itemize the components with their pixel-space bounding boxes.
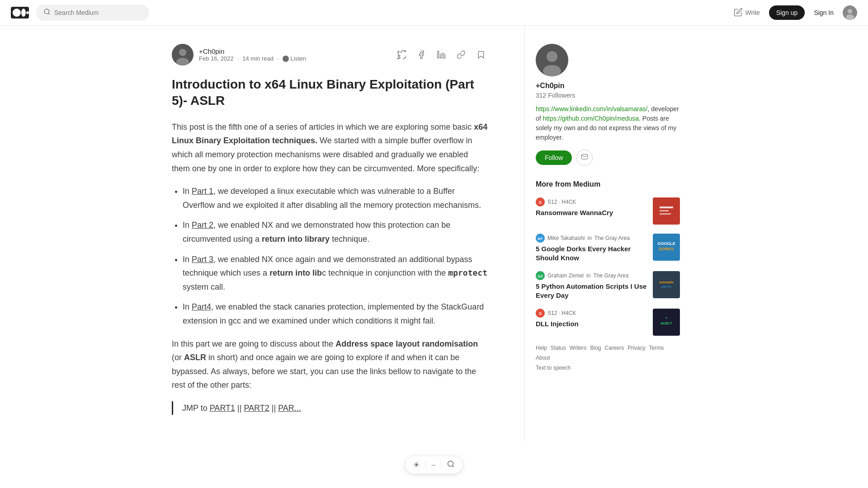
github-link[interactable]: https://github.com/Ch0pin/medusa	[543, 115, 639, 122]
read-time: 14 min read	[242, 55, 274, 62]
svg-rect-20	[660, 206, 673, 208]
svg-text:GOOGLE: GOOGLE	[657, 241, 675, 246]
meta-info: +Ch0pin Feb 16, 2022 · 14 min read · Lis…	[199, 47, 306, 62]
part1-link[interactable]: Part 1	[192, 187, 213, 196]
twitter-share-icon[interactable]	[394, 47, 409, 62]
svg-point-16	[543, 65, 561, 76]
rec-avatar-1: S	[536, 197, 545, 206]
rec-title-1[interactable]: Ransomware WannaCry	[536, 208, 647, 217]
rec-pub-2[interactable]: The Gray Area	[594, 235, 630, 241]
footer-tts: Text to speech	[536, 365, 680, 371]
part4-link[interactable]: Part4	[192, 302, 211, 311]
part3-link[interactable]: Part 3	[192, 255, 213, 264]
write-button[interactable]: Write	[734, 8, 760, 18]
signin-link[interactable]: Sign In	[814, 9, 834, 16]
svg-point-1	[13, 9, 21, 17]
main-layout: +Ch0pin Feb 16, 2022 · 14 min read · Lis…	[136, 26, 732, 442]
footer-about[interactable]: About	[536, 355, 550, 361]
rec-author-row-2: MT Mike Takahashi in The Gray Area	[536, 234, 647, 243]
svg-rect-21	[660, 210, 669, 211]
rec-thumb-2: GOOGLE DORKS	[653, 234, 680, 261]
rec-avatar-2: MT	[536, 234, 545, 243]
rec-author-4[interactable]: S12 · H4CK	[547, 310, 576, 316]
rec-info-2: MT Mike Takahashi in The Gray Area 5 Goo…	[536, 234, 647, 262]
blockquote: JMP to PART1 || PART2 || PAR...	[172, 401, 488, 415]
rec-author-row-1: S S12 · H4CK	[536, 197, 647, 206]
search-icon	[43, 8, 51, 17]
sidebar-followers: 312 Followers	[536, 92, 680, 99]
facebook-share-icon[interactable]	[414, 47, 429, 62]
header-left	[11, 5, 149, 21]
signup-button[interactable]: Sign up	[769, 5, 805, 20]
article-area: +Ch0pin Feb 16, 2022 · 14 min read · Lis…	[136, 26, 524, 442]
rec-title-2[interactable]: 5 Google Dorks Every Hacker Should Know	[536, 244, 647, 262]
svg-rect-22	[660, 213, 671, 215]
footer-careers[interactable]: Careers	[605, 345, 624, 351]
svg-text:+: +	[665, 316, 668, 320]
rec-title-3[interactable]: 5 Python Automation Scripts I Use Every …	[536, 282, 647, 300]
para2: In this part we are going to discuss abo…	[172, 337, 488, 392]
footer-terms[interactable]: Terms	[649, 345, 664, 351]
listen-label: Listen	[291, 55, 307, 62]
linkedin-link[interactable]: https://www.linkedin.com/in/valsamaras/	[536, 105, 647, 113]
svg-point-3	[26, 11, 29, 14]
svg-text:INJECT: INJECT	[661, 322, 673, 325]
article-body: This post is the fifth one of a series o…	[172, 120, 488, 415]
user-avatar[interactable]	[843, 5, 857, 20]
rec-author-3[interactable]: Graham Zemel	[547, 272, 584, 279]
sidebar: +Ch0pin 312 Followers https://www.linked…	[524, 26, 691, 442]
footer-blog[interactable]: Blog	[590, 345, 601, 351]
subscribe-button[interactable]	[576, 150, 593, 166]
rec-author-2[interactable]: Mike Takahashi	[547, 235, 585, 241]
sidebar-author-avatar	[536, 44, 568, 76]
search-input[interactable]	[54, 9, 142, 16]
part1-bq-link[interactable]: PART1	[210, 404, 235, 413]
svg-line-5	[48, 13, 50, 14]
list-item-2: In Part 2, we enabled NX and we demonstr…	[183, 218, 488, 246]
footer-writers[interactable]: Writers	[570, 345, 587, 351]
follow-button[interactable]: Follow	[536, 150, 572, 165]
part2-bq-link[interactable]: PART2	[244, 404, 269, 413]
footer-privacy[interactable]: Privacy	[627, 345, 645, 351]
rec-thumb-3: automate with Py	[653, 271, 680, 298]
mail-icon	[581, 153, 588, 162]
rec-item-3: GZ Graham Zemel in The Gray Area 5 Pytho…	[536, 271, 680, 300]
svg-point-15	[547, 51, 557, 62]
rec-author-1[interactable]: S12 · H4CK	[547, 199, 576, 205]
search-bar[interactable]	[36, 5, 149, 21]
rec-title-4[interactable]: DLL Injection	[536, 319, 647, 328]
logo[interactable]	[11, 7, 29, 19]
part2-link[interactable]: Part 2	[192, 221, 213, 230]
rec-in-3: in	[586, 272, 590, 279]
rec-author-row-3: GZ Graham Zemel in The Gray Area	[536, 271, 647, 280]
sidebar-author-section: +Ch0pin 312 Followers https://www.linked…	[536, 44, 680, 371]
linkedin-share-icon[interactable]	[434, 47, 448, 62]
copy-link-icon[interactable]	[454, 47, 468, 62]
intro-paragraph: This post is the fifth one of a series o…	[172, 120, 488, 175]
author-name[interactable]: +Ch0pin	[199, 47, 306, 55]
rec-item-1: S S12 · H4CK Ransomware WannaCry	[536, 197, 680, 225]
play-icon	[283, 56, 289, 62]
footer-status[interactable]: Status	[551, 345, 566, 351]
article-meta: +Ch0pin Feb 16, 2022 · 14 min read · Lis…	[172, 44, 488, 66]
svg-text:automate: automate	[659, 281, 673, 284]
rec-pub-3[interactable]: The Gray Area	[593, 272, 628, 279]
list-item-4: In Part4, we enabled the stack canaries …	[183, 300, 488, 328]
bookmark-icon[interactable]	[474, 47, 488, 62]
author-avatar	[172, 44, 193, 66]
svg-text:S: S	[539, 311, 542, 316]
part3-bq-link[interactable]: PAR...	[278, 404, 301, 413]
rec-avatar-3: GZ	[536, 271, 545, 280]
svg-text:MT: MT	[538, 237, 543, 241]
sidebar-bio: https://www.linkedin.com/in/valsamaras/,…	[536, 104, 680, 142]
listen-button[interactable]: Listen	[283, 55, 307, 62]
sidebar-author-name[interactable]: +Ch0pin	[536, 82, 680, 90]
write-label: Write	[745, 9, 760, 16]
rec-thumb-4: + INJECT	[653, 309, 680, 336]
sidebar-actions: Follow	[536, 150, 680, 166]
rec-info-4: S S12 · H4CK DLL Injection	[536, 309, 647, 328]
svg-text:with Py: with Py	[661, 285, 672, 289]
footer-help[interactable]: Help	[536, 345, 547, 351]
svg-rect-12	[438, 54, 439, 58]
svg-text:DORKS: DORKS	[659, 247, 674, 251]
